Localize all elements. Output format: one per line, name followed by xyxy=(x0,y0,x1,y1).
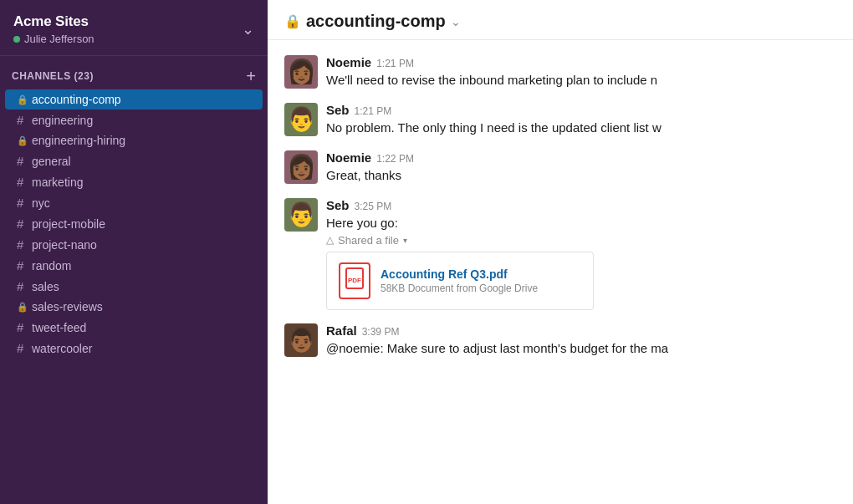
message-timestamp: 3:39 PM xyxy=(362,326,400,338)
sidebar-item-sales[interactable]: #sales xyxy=(5,276,263,297)
sender-name: Seb xyxy=(326,103,350,117)
channels-header: CHANNELS (23) + xyxy=(0,68,268,89)
hash-icon: # xyxy=(17,196,28,210)
message-row: 👨Seb1:21 PMNo problem. The only thing I … xyxy=(284,96,836,144)
channel-name-label: sales-reviews xyxy=(32,300,103,313)
sidebar-item-marketing[interactable]: #marketing xyxy=(5,171,263,192)
hash-icon: # xyxy=(17,320,28,334)
message-row: 👨Seb3:25 PMHere you go:△Shared a file▾PD… xyxy=(284,191,836,317)
message-timestamp: 1:21 PM xyxy=(376,58,414,69)
channel-name-label: engineering xyxy=(32,114,93,127)
sidebar-item-sales-reviews[interactable]: 🔒sales-reviews xyxy=(5,297,263,317)
channel-chevron-icon[interactable]: ⌄ xyxy=(451,15,461,28)
channel-name-label: nyc xyxy=(32,196,50,210)
channel-name-label: accounting-comp xyxy=(32,93,121,106)
hash-icon: # xyxy=(17,113,28,127)
online-status-dot xyxy=(13,36,20,43)
shared-file-text: Shared a file xyxy=(338,234,399,247)
message-header: Seb1:21 PM xyxy=(326,103,836,117)
message-timestamp: 1:22 PM xyxy=(376,153,414,165)
channel-name-label: marketing xyxy=(32,176,83,189)
sidebar-item-accounting-comp[interactable]: 🔒accounting-comp xyxy=(5,89,263,109)
message-header: Noemie1:21 PM xyxy=(326,55,836,69)
channel-header: 🔒 accounting-comp ⌄ xyxy=(268,0,853,40)
sender-name: Noemie xyxy=(326,150,371,165)
sender-name: Seb xyxy=(326,198,350,212)
file-meta: 58KB Document from Google Drive xyxy=(381,283,538,294)
message-header: Seb3:25 PM xyxy=(326,198,836,212)
channels-label: CHANNELS (23) xyxy=(12,70,94,82)
message-text: Here you go: xyxy=(326,214,836,232)
avatar: 👩🏾 xyxy=(284,55,318,89)
message-row: 👨🏾Rafal3:39 PM@noemie: Make sure to adju… xyxy=(284,317,836,364)
chevron-down-icon[interactable]: ⌄ xyxy=(242,20,254,38)
message-content: Rafal3:39 PM@noemie: Make sure to adjust… xyxy=(326,323,836,358)
workspace-header: Acme Sites Julie Jefferson ⌄ xyxy=(0,0,268,56)
shared-file-label[interactable]: △Shared a file▾ xyxy=(326,234,836,247)
channel-name-label: project-mobile xyxy=(32,217,105,231)
sidebar-item-random[interactable]: #random xyxy=(5,255,263,276)
dropdown-arrow-icon: ▾ xyxy=(403,236,407,245)
hash-icon: # xyxy=(17,341,28,355)
svg-text:PDF: PDF xyxy=(348,277,361,284)
workspace-name: Acme Sites xyxy=(13,13,94,30)
avatar: 👩🏾 xyxy=(284,150,318,184)
lock-icon: 🔒 xyxy=(17,135,28,146)
sidebar-item-watercooler[interactable]: #watercooler xyxy=(5,338,263,359)
channel-name-label: watercooler xyxy=(32,342,92,355)
file-info: Accounting Ref Q3.pdf58KB Document from … xyxy=(381,267,538,294)
channel-name-label: tweet-feed xyxy=(32,321,86,334)
message-timestamp: 3:25 PM xyxy=(355,201,392,212)
add-channel-icon[interactable]: + xyxy=(246,68,256,84)
file-name[interactable]: Accounting Ref Q3.pdf xyxy=(381,267,538,281)
message-content: Seb1:21 PMNo problem. The only thing I n… xyxy=(326,103,836,137)
message-content: Noemie1:21 PMWe'll need to revise the in… xyxy=(326,55,836,89)
hash-icon: # xyxy=(17,258,28,272)
message-text: No problem. The only thing I need is the… xyxy=(326,119,836,137)
avatar: 👨🏾 xyxy=(284,323,318,357)
user-status: Julie Jefferson xyxy=(13,33,94,45)
pdf-icon: PDF xyxy=(345,267,364,293)
sidebar-item-project-mobile[interactable]: #project-mobile xyxy=(5,213,263,234)
message-text: @noemie: Make sure to adjust last month'… xyxy=(326,339,836,358)
channel-name-label: project-nano xyxy=(32,238,97,252)
sender-name: Rafal xyxy=(326,323,357,338)
sidebar-item-nyc[interactable]: #nyc xyxy=(5,192,263,213)
hash-icon: # xyxy=(17,237,28,252)
channels-section: CHANNELS (23) + 🔒accounting-comp#enginee… xyxy=(0,56,268,504)
workspace-info: Acme Sites Julie Jefferson xyxy=(13,13,94,45)
channel-name-label: sales xyxy=(32,280,59,293)
message-header: Noemie1:22 PM xyxy=(326,150,836,165)
message-timestamp: 1:21 PM xyxy=(355,105,392,117)
sidebar-item-engineering[interactable]: #engineering xyxy=(5,109,263,130)
message-content: Noemie1:22 PMGreat, thanks xyxy=(326,150,836,185)
sidebar-item-tweet-feed[interactable]: #tweet-feed xyxy=(5,317,263,338)
username: Julie Jefferson xyxy=(24,33,94,45)
lock-icon: 🔒 xyxy=(17,302,28,313)
avatar: 👨 xyxy=(284,103,318,136)
file-attachment-card[interactable]: PDFAccounting Ref Q3.pdf58KB Document fr… xyxy=(326,252,594,310)
channels-list: 🔒accounting-comp#engineering🔒engineering… xyxy=(0,89,268,359)
sidebar-item-general[interactable]: #general xyxy=(5,150,263,171)
message-content: Seb3:25 PMHere you go:△Shared a file▾PDF… xyxy=(326,198,836,310)
hash-icon: # xyxy=(17,154,28,168)
message-text: Great, thanks xyxy=(326,166,836,185)
main-content: 🔒 accounting-comp ⌄ 👩🏾Noemie1:21 PMWe'll… xyxy=(268,0,853,504)
lock-icon: 🔒 xyxy=(17,94,28,105)
channel-name-label: engineering-hiring xyxy=(32,134,125,147)
channel-lock-icon: 🔒 xyxy=(284,13,301,29)
channel-title: accounting-comp xyxy=(306,12,446,31)
sidebar-item-engineering-hiring[interactable]: 🔒engineering-hiring xyxy=(5,130,263,150)
sidebar-item-project-nano[interactable]: #project-nano xyxy=(5,234,263,255)
pdf-icon-wrapper: PDF xyxy=(339,262,370,299)
sidebar: Acme Sites Julie Jefferson ⌄ CHANNELS (2… xyxy=(0,0,268,504)
channel-name-label: general xyxy=(32,155,71,168)
message-text: We'll need to revise the inbound marketi… xyxy=(326,71,836,89)
sender-name: Noemie xyxy=(326,55,371,69)
hash-icon: # xyxy=(17,279,28,293)
hash-icon: # xyxy=(17,175,28,189)
messages-area: 👩🏾Noemie1:21 PMWe'll need to revise the … xyxy=(268,40,853,504)
hash-icon: # xyxy=(17,216,28,231)
message-row: 👩🏾Noemie1:22 PMGreat, thanks xyxy=(284,144,836,191)
message-row: 👩🏾Noemie1:21 PMWe'll need to revise the … xyxy=(284,48,836,96)
